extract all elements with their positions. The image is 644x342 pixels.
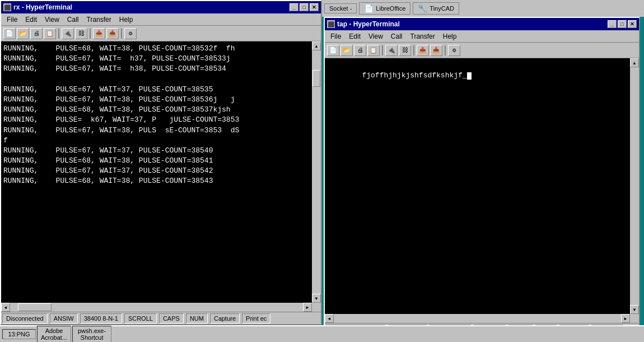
window1-disconnect-button[interactable]: ⛓	[75, 28, 87, 39]
window2-scrollbar-v[interactable]: ▲ ▼	[630, 58, 639, 314]
window1-toolbar-sep2	[90, 29, 91, 39]
window2-receive-button[interactable]: 📥	[430, 45, 442, 56]
window2-titlebar: ⬛ tap - HyperTerminal _ □ ✕	[325, 18, 639, 30]
window2-menu-file[interactable]: File	[327, 31, 344, 41]
window2-scrollbar-h[interactable]: ◄ ►	[325, 314, 630, 323]
taskbar-png-label: 13:PNG	[8, 331, 30, 338]
window2-new-button[interactable]: 📄	[327, 45, 339, 56]
window2-menu-view[interactable]: View	[365, 31, 386, 41]
window1-maximize-button[interactable]: □	[300, 3, 309, 11]
window2-scroll-right[interactable]: ►	[621, 314, 630, 323]
window1-status-connection: Disconnected	[2, 313, 48, 323]
window1-title: rx - HyperTerminal	[13, 3, 72, 11]
window1-status-baud: 38400 8-N-1	[80, 313, 122, 323]
window2-props-button[interactable]: ⚙	[448, 45, 460, 56]
window2-menu-edit[interactable]: Edit	[346, 31, 364, 41]
window1-status-scroll: SCROLL	[124, 313, 157, 323]
window2-disconnect-button[interactable]: ⛓	[399, 45, 411, 56]
window2-scroll-corner	[630, 314, 639, 323]
window2-print-button[interactable]: 🖨	[354, 45, 366, 56]
window1-statusbar: Disconnected ANSIW 38400 8-N-1 SCROLL CA…	[1, 312, 321, 324]
window2-send-button[interactable]: 📤	[417, 45, 429, 56]
window1-status-capture: Capture	[210, 313, 240, 323]
window1-toolbar: 📄 📂 🖨 📋 🔌 ⛓ 📤 📥 ⚙	[1, 26, 321, 41]
window1-btn4[interactable]: 📋	[44, 28, 56, 39]
tinycad-label: TinyCAD	[430, 5, 454, 12]
window2-title: tap - HyperTerminal	[337, 20, 400, 28]
window1-scroll-down[interactable]: ▼	[312, 294, 321, 303]
taskbar-adobe-label: Adobe	[45, 327, 63, 334]
window1-status-print: Print ec	[242, 313, 270, 323]
window1-scroll-up[interactable]: ▲	[312, 41, 321, 50]
window1-scrollbar-h[interactable]: ◄ ►	[1, 303, 312, 312]
window2-btn4[interactable]: 📋	[367, 45, 380, 56]
libreoffice-bg-item[interactable]: 📄 LibreOffice	[359, 2, 410, 15]
window1-scroll-right[interactable]: ►	[303, 303, 312, 312]
window2-connect-button[interactable]: 🔌	[385, 45, 398, 56]
window1-receive-button[interactable]: 📥	[106, 28, 119, 39]
window1-scroll-thumb[interactable]	[312, 70, 320, 87]
window2-toolbar: 📄 📂 🖨 📋 🔌 ⛓ 📤 📥 ⚙	[325, 43, 639, 58]
window1-print-button[interactable]: 🖨	[30, 28, 43, 39]
window1-terminal[interactable]: RUNNING, PULSE=68, WAIT=38, PULSE-COUNT=…	[1, 41, 312, 303]
window2-menu-transfer[interactable]: Transfer	[407, 31, 438, 41]
window1-hscroll-thumb[interactable]	[18, 303, 52, 311]
window1-scroll-left[interactable]: ◄	[1, 303, 10, 312]
window2-minimize-button[interactable]: _	[608, 20, 617, 28]
socket-bg-item[interactable]: Socket -	[324, 3, 357, 13]
window1-terminal-container: RUNNING, PULSE=68, WAIT=38, PULSE-COUNT=…	[1, 41, 321, 312]
window1-toolbar-sep1	[58, 29, 59, 39]
taskbar-pwsh[interactable]: pwsh.exe- Shortcut	[72, 326, 111, 342]
window1-send-button[interactable]: 📤	[93, 28, 105, 39]
window2-terminal-text: fjoffhjhjkjshfsdfkshkjf_	[362, 71, 466, 80]
taskbar-png[interactable]: 13:PNG	[2, 329, 36, 339]
taskbar: 13:PNG Adobe Acrobat... pwsh.exe- Shortc…	[0, 325, 644, 342]
window1-menu-view[interactable]: View	[41, 15, 63, 25]
window1-open-button[interactable]: 📂	[17, 28, 29, 39]
window1-menu-call[interactable]: Call	[64, 15, 82, 25]
taskbar-acrobat-label: Acrobat...	[41, 334, 67, 341]
socket-label: Socket -	[329, 5, 352, 12]
tinycad-icon: 🔧	[418, 4, 427, 13]
window2-menubar: File Edit View Call Transfer Help	[325, 30, 639, 43]
window2-scroll-up[interactable]: ▲	[630, 58, 639, 67]
window2-scroll-down[interactable]: ▼	[630, 305, 639, 314]
tap-hyperterminal-window: ⬛ tap - HyperTerminal _ □ ✕ File Edit Vi…	[324, 17, 640, 336]
window1-menu-edit[interactable]: Edit	[22, 15, 40, 25]
taskbar-pwsh-label: pwsh.exe- Shortcut	[78, 327, 106, 341]
window1-menu-transfer[interactable]: Transfer	[83, 15, 115, 25]
window1-scroll-corner	[312, 303, 321, 312]
window2-menu-help[interactable]: Help	[440, 31, 460, 41]
window2-toolbar-sep2	[413, 45, 414, 56]
window2-maximize-button[interactable]: □	[618, 20, 627, 28]
taskbar-adobe[interactable]: Adobe Acrobat...	[37, 326, 71, 342]
window1-terminal-content: RUNNING, PULSE=68, WAIT=38, PULSE-COUNT=…	[3, 44, 310, 187]
window2-app-icon: ⬛	[327, 20, 335, 28]
window2-terminal[interactable]: fjoffhjhjkjshfsdfkshkjf_	[325, 58, 630, 314]
tinycad-bg-item[interactable]: 🔧 TinyCAD	[413, 2, 459, 15]
window2-terminal-container: fjoffhjhjkjshfsdfkshkjf_ ▲ ▼ ◄ ►	[325, 58, 639, 323]
window1-titlebar: ⬛ rx - HyperTerminal _ □ ✕	[1, 1, 321, 13]
window2-scroll-left[interactable]: ◄	[325, 314, 334, 323]
window2-toolbar-sep3	[445, 45, 446, 56]
window1-props-button[interactable]: ⚙	[124, 28, 137, 39]
window1-close-button[interactable]: ✕	[310, 3, 319, 11]
window1-scrollbar-v[interactable]: ▲ ▼	[312, 41, 321, 303]
window1-menu-help[interactable]: Help	[116, 15, 137, 25]
window1-minimize-button[interactable]: _	[290, 3, 298, 11]
window2-terminal-content: fjoffhjhjkjshfsdfkshkjf_	[327, 61, 628, 91]
window1-menu-file[interactable]: File	[3, 15, 21, 25]
window2-menu-call[interactable]: Call	[388, 31, 406, 41]
window2-toolbar-sep1	[382, 45, 383, 56]
window1-menubar: File Edit View Call Transfer Help	[1, 13, 321, 26]
window1-status-encoding: ANSIW	[50, 313, 78, 323]
libreoffice-icon: 📄	[364, 4, 374, 13]
window2-open-button[interactable]: 📂	[340, 45, 353, 56]
window1-status-caps: CAPS	[159, 313, 184, 323]
window1-connect-button[interactable]: 🔌	[62, 28, 74, 39]
window1-app-icon: ⬛	[3, 3, 11, 11]
window2-close-button[interactable]: ✕	[628, 20, 637, 28]
window1-new-button[interactable]: 📄	[3, 28, 16, 39]
window1-toolbar-sep3	[121, 29, 122, 39]
libreoffice-label: LibreOffice	[376, 5, 405, 12]
